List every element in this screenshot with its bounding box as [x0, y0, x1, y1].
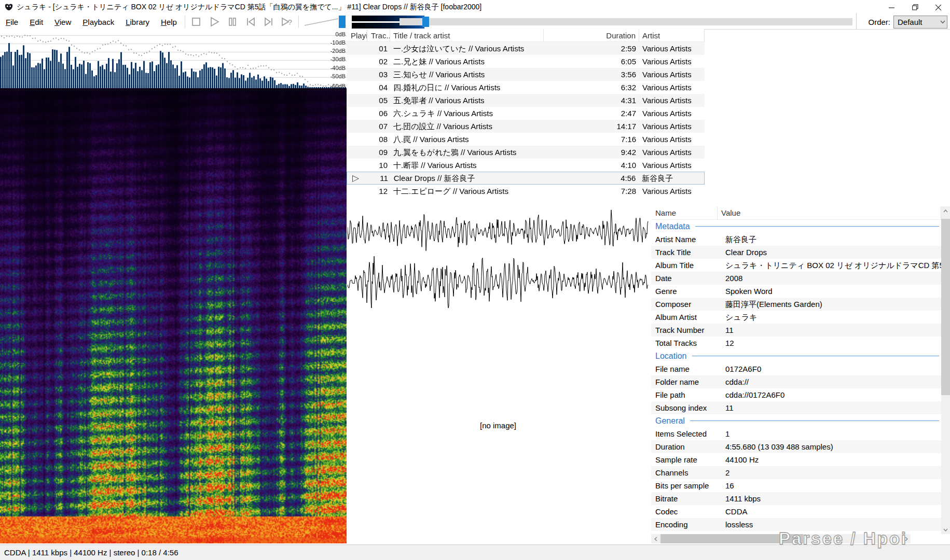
property-row[interactable]: Bits per sample 16: [651, 479, 941, 492]
table-row[interactable]: 05 五.免罪者 // Various Artists 4:31 Various…: [347, 94, 705, 107]
spectrum-analyzer-canvas: [0, 29, 347, 88]
property-row[interactable]: Album Title シュラキ・トリニティ BOX 02 リゼ オリジナルドラ…: [651, 259, 941, 272]
chevron-down-icon: [939, 20, 947, 24]
db-label: -20dB: [331, 48, 346, 54]
property-row[interactable]: Duration 4:55.680 (13 039 488 samples): [651, 440, 941, 453]
property-value: 4:55.680 (13 039 488 samples): [721, 440, 941, 453]
track-title: 七.団の設立 // Various Artists: [390, 120, 544, 133]
pause-button[interactable]: [224, 16, 242, 28]
property-row[interactable]: Folder name cdda://: [651, 375, 941, 388]
playing-indicator: [347, 81, 367, 94]
table-row[interactable]: 04 四.婚礼の日に // Various Artists 6:32 Vario…: [347, 81, 705, 94]
property-row[interactable]: Channels 2: [651, 466, 941, 479]
track-duration: 7:16: [544, 133, 639, 146]
track-number: 12: [367, 185, 390, 198]
table-row[interactable]: ▷ 11 Clear Drops // 新谷良子 4:56 新谷良子: [347, 172, 705, 185]
column-header-playing[interactable]: Playi...: [347, 29, 367, 42]
menu-file[interactable]: File: [0, 15, 24, 29]
order-dropdown[interactable]: Default: [893, 16, 947, 29]
chevron-up-icon[interactable]: [941, 206, 950, 215]
previous-button[interactable]: [242, 16, 260, 28]
property-row[interactable]: Items Selected 1: [651, 427, 941, 440]
property-name: Channels: [651, 466, 721, 479]
property-row[interactable]: Composer 藤田淳平(Elements Garden): [651, 298, 941, 311]
menu-view[interactable]: View: [49, 15, 77, 29]
table-row[interactable]: 08 八.罠 // Various Artists 7:16 Various A…: [347, 133, 705, 146]
db-label: -10dB: [331, 39, 346, 46]
property-row[interactable]: Bitrate 1411 kbps: [651, 492, 941, 505]
column-header-duration[interactable]: Duration: [544, 29, 639, 42]
next-button[interactable]: [260, 16, 278, 28]
restore-button[interactable]: [903, 0, 927, 15]
playback-order: Order: Default: [868, 15, 947, 29]
column-header-track[interactable]: Trac...: [367, 29, 390, 42]
property-row[interactable]: Date 2008: [651, 272, 941, 285]
menu-edit[interactable]: Edit: [24, 15, 49, 29]
random-button[interactable]: ?: [278, 16, 296, 28]
section-rule: [695, 226, 939, 227]
column-header-title[interactable]: Title / track artist: [390, 29, 544, 42]
menu-help[interactable]: Help: [155, 15, 183, 29]
table-row[interactable]: 03 三.知らせ // Various Artists 3:56 Various…: [347, 68, 705, 81]
track-title: 三.知らせ // Various Artists: [390, 68, 544, 81]
track-duration: 4:10: [544, 159, 639, 172]
menu-playback[interactable]: Playback: [77, 15, 120, 29]
property-row[interactable]: Subsong index 11: [651, 401, 941, 414]
track-artist: Various Artists: [639, 55, 705, 68]
close-button[interactable]: [927, 0, 950, 15]
table-row[interactable]: 02 二.兄と妹 // Various Artists 6:05 Various…: [347, 55, 705, 68]
playing-indicator: [347, 159, 367, 172]
column-header-name[interactable]: Name: [651, 206, 718, 220]
property-row[interactable]: Album Artist シュラキ: [651, 311, 941, 324]
property-row[interactable]: Track Number 11: [651, 324, 941, 337]
property-row[interactable]: Genre Spoken Word: [651, 285, 941, 298]
stop-button[interactable]: [187, 16, 205, 28]
track-number: 03: [367, 68, 390, 81]
property-value: 藤田淳平(Elements Garden): [721, 298, 941, 311]
title-bar: シュラキ - [シュラキ・トリニティ BOX 02 リゼ オリジナルドラマCD …: [0, 0, 950, 15]
volume-slider[interactable]: [303, 15, 349, 29]
chevron-left-icon[interactable]: [651, 534, 660, 543]
property-name: Items Selected: [651, 427, 721, 440]
track-duration: 7:28: [544, 185, 639, 198]
playing-indicator: [347, 107, 367, 120]
property-row[interactable]: Artist Name 新谷良子: [651, 233, 941, 246]
db-label: -30dB: [331, 56, 346, 62]
menu-toolbar: File Edit View Playback Library Help ? O…: [0, 15, 950, 30]
property-row[interactable]: Total Tracks 12: [651, 337, 941, 349]
menu-library[interactable]: Library: [120, 15, 155, 29]
seek-handle[interactable]: [422, 17, 429, 27]
table-row[interactable]: 10 十.断罪 // Various Artists 4:10 Various …: [347, 159, 705, 172]
table-row[interactable]: 09 九.翼をもがれた鴉 // Various Artists 9:42 Var…: [347, 146, 705, 159]
playing-indicator: [347, 146, 367, 159]
section-rule: [690, 421, 939, 421]
property-row[interactable]: File path cdda://0172A6F0: [651, 388, 941, 401]
chevron-down-icon[interactable]: [941, 525, 950, 534]
playlist-rows: 01 一.少女は泣いていた // Various Artists 2:59 Va…: [347, 42, 705, 198]
column-header-value[interactable]: Value: [718, 206, 941, 220]
track-title: 六.シュラキ // Various Artists: [390, 107, 544, 120]
pause-icon: [226, 17, 239, 27]
play-button[interactable]: [205, 16, 224, 28]
table-row[interactable]: 12 十二.エピローグ // Various Artists 7:28 Vari…: [347, 185, 705, 198]
property-name: Track Title: [651, 246, 721, 259]
seekbar[interactable]: [400, 18, 852, 25]
table-row[interactable]: 07 七.団の設立 // Various Artists 14:17 Vario…: [347, 120, 705, 133]
toolbar-separator: [185, 16, 185, 28]
property-row[interactable]: File name 0172A6F0: [651, 362, 941, 375]
minimize-button[interactable]: [880, 0, 903, 15]
track-title: 五.免罪者 // Various Artists: [390, 94, 544, 107]
property-value: 12: [721, 337, 941, 349]
table-row[interactable]: 01 一.少女は泣いていた // Various Artists 2:59 Va…: [347, 42, 705, 55]
property-name: File path: [651, 388, 721, 401]
table-row[interactable]: 06 六.シュラキ // Various Artists 2:47 Variou…: [347, 107, 705, 120]
section-location: Location: [651, 349, 941, 362]
property-row[interactable]: Sample rate 44100 Hz: [651, 453, 941, 466]
property-row[interactable]: Codec CDDA: [651, 505, 941, 518]
vertical-scrollbar-thumb[interactable]: [941, 219, 950, 395]
playlist: Playi... Trac... Title / track artist Du…: [347, 29, 705, 198]
vertical-scrollbar[interactable]: [941, 206, 950, 534]
property-row[interactable]: Track Title Clear Drops: [651, 246, 941, 259]
column-header-artist[interactable]: Artist: [639, 29, 705, 42]
track-duration: 3:56: [544, 68, 639, 81]
